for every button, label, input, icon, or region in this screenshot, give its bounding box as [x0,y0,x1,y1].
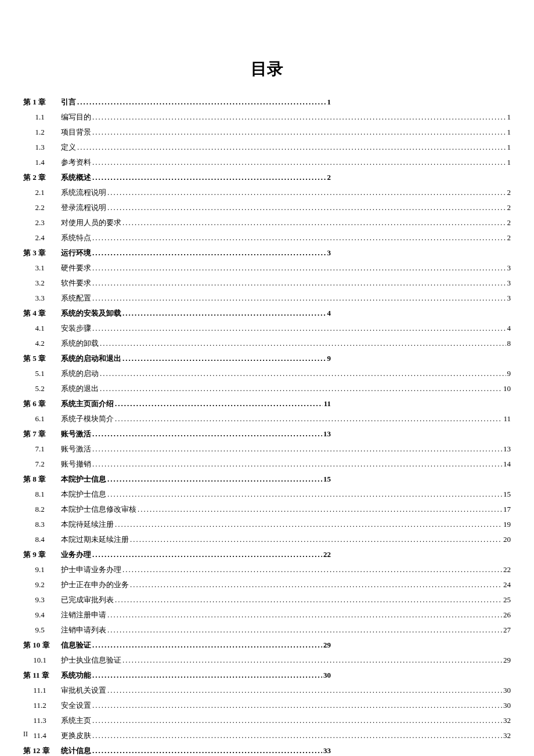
page-number-footer: II [23,730,28,739]
toc-entry-title: 本院过期未延续注册 [61,532,129,547]
toc-leader: ........................................… [130,577,502,592]
toc-leader: ........................................… [122,306,326,321]
toc-entry-title: 注销申请列表 [61,623,106,638]
toc-entry: 3.3系统配置.................................… [23,291,511,306]
toc-page-number: 1 [507,110,511,125]
toc-entry-title: 统计信息 [61,743,91,756]
toc-leader: ........................................… [92,125,506,140]
toc-entry-title: 安全设置 [61,698,91,713]
toc-leader: ........................................… [107,607,502,623]
toc-entry-title: 业务办理 [61,547,91,562]
toc-page-number: 3 [507,261,511,276]
toc-entry: 第 8 章本院护士信息.............................… [23,472,511,487]
toc-entry-title: 本院护士信息修改审核 [61,502,136,517]
toc-section-label: 8.3 [23,517,61,532]
toc-entry-title: 信息验证 [61,638,91,653]
toc-leader: ........................................… [92,170,326,185]
toc-entry-title: 系统主页 [61,713,91,728]
toc-leader: ........................................… [115,396,323,411]
toc-entry-title: 本院护士信息 [61,472,106,487]
toc-leader: ........................................… [92,743,322,756]
toc-chapter-label: 第 1 章 [23,95,61,110]
toc-entry-title: 对使用人员的要求 [61,215,121,230]
toc-leader: ........................................… [92,668,322,683]
toc-chapter-label: 第 8 章 [23,472,61,487]
toc-leader: ........................................… [115,411,502,426]
toc-leader: ........................................… [92,547,322,562]
toc-entry: 8.3本院待延续注册..............................… [23,517,511,532]
toc-entry: 6.1系统子模块简介..............................… [23,411,511,426]
toc-entry-title: 注销注册申请 [61,607,106,623]
toc-leader: ........................................… [122,351,326,366]
toc-chapter-label: 第 5 章 [23,351,61,366]
toc-entry: 7.1账号激活.................................… [23,442,511,457]
toc-entry: 4.1安装步骤.................................… [23,321,511,336]
toc-leader: ........................................… [107,487,502,502]
toc-page-number: 2 [507,230,511,245]
toc-page-number: 20 [503,532,511,547]
toc-leader: ........................................… [138,502,502,517]
toc-section-label: 11.1 [23,683,61,698]
toc-page-number: 22 [323,547,331,562]
toc-entry-title: 系统的卸载 [61,336,99,351]
toc-section-label: 6.1 [23,411,61,426]
table-of-contents: 第 1 章引言.................................… [23,95,511,756]
toc-entry-title: 系统的退出 [61,381,99,396]
toc-page-number: 1 [507,125,511,140]
toc-chapter-label: 第 12 章 [23,743,61,756]
toc-section-label: 3.2 [23,276,61,291]
toc-entry: 5.2系统的退出................................… [23,381,511,396]
toc-entry: 10.1护士执业信息验证............................… [23,653,511,668]
toc-page-number: 26 [503,607,511,623]
toc-entry-title: 账号激活 [61,426,91,442]
toc-section-label: 9.4 [23,607,61,623]
toc-leader: ........................................… [107,200,506,215]
toc-page-number: 30 [323,668,331,683]
toc-entry: 第 12 章统计信息..............................… [23,743,511,756]
toc-entry: 1.1编写目的.................................… [23,110,511,125]
toc-section-label: 2.4 [23,230,61,245]
toc-section-label: 5.2 [23,381,61,396]
toc-section-label: 1.1 [23,110,61,125]
toc-entry-title: 系统子模块简介 [61,411,114,426]
toc-entry: 9.3已完成审批列表..............................… [23,592,511,607]
toc-section-label: 2.2 [23,200,61,215]
toc-leader: ........................................… [92,713,502,728]
toc-entry: 2.4系统特点.................................… [23,230,511,245]
toc-leader: ........................................… [115,592,502,607]
toc-section-label: 9.2 [23,577,61,592]
toc-entry: 第 6 章系统主页面介绍............................… [23,396,511,411]
toc-chapter-label: 第 2 章 [23,170,61,185]
toc-page-number: 1 [327,95,331,110]
toc-chapter-label: 第 9 章 [23,547,61,562]
toc-page-number: 33 [323,743,331,756]
toc-section-label: 8.4 [23,532,61,547]
toc-page-number: 19 [503,517,511,532]
toc-page-number: 13 [323,426,331,442]
toc-entry-title: 更换皮肤 [61,728,91,743]
toc-entry-title: 硬件要求 [61,261,91,276]
toc-chapter-label: 第 4 章 [23,306,61,321]
toc-section-label: 8.2 [23,502,61,517]
toc-chapter-label: 第 10 章 [23,638,61,653]
toc-page-number: 13 [503,442,511,457]
toc-entry-title: 系统的启动和退出 [61,351,121,366]
toc-leader: ........................................… [92,110,506,125]
toc-leader: ........................................… [92,457,502,472]
toc-section-label: 9.1 [23,562,61,577]
toc-leader: ........................................… [77,140,506,155]
toc-entry: 1.3定义...................................… [23,140,511,155]
toc-entry-title: 编写目的 [61,110,91,125]
toc-entry: 9.1护士申请业务办理.............................… [23,562,511,577]
toc-entry-title: 本院待延续注册 [61,517,114,532]
toc-leader: ........................................… [92,261,506,276]
toc-page-number: 2 [507,215,511,230]
toc-section-label: 11.3 [23,713,61,728]
toc-page-number: 1 [507,140,511,155]
toc-page-number: 27 [503,623,511,638]
toc-entry-title: 本院护士信息 [61,487,106,502]
toc-entry-title: 系统概述 [61,170,91,185]
toc-entry: 第 7 章账号激活...............................… [23,426,511,442]
toc-entry-title: 已完成审批列表 [61,592,114,607]
toc-entry: 2.1系统流程说明...............................… [23,185,511,200]
